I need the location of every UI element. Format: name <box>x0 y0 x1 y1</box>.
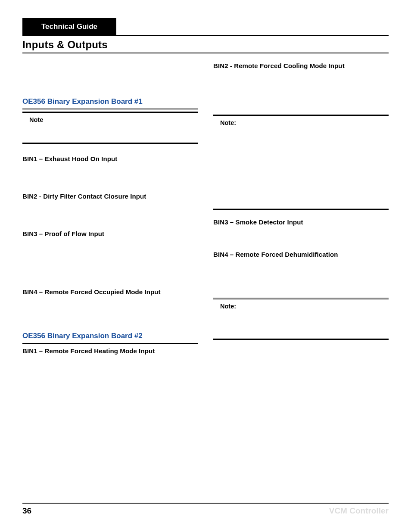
note3-rule-bottom-2 <box>213 339 389 340</box>
content-columns: OE356 Binary Expansion Board #1 Note BIN… <box>22 61 389 355</box>
note2-rule-bottom <box>213 208 389 208</box>
left-column: OE356 Binary Expansion Board #1 Note BIN… <box>22 61 198 355</box>
bin1-exhaust-hood: BIN1 – Exhaust Hood On Input <box>22 155 198 162</box>
bin4-remote-occupied: BIN4 – Remote Forced Occupied Mode Input <box>22 288 198 296</box>
note3-rule-bottom <box>213 338 389 339</box>
header-bar: Technical Guide <box>22 18 389 36</box>
right-column: BIN2 - Remote Forced Cooling Mode Input … <box>213 61 389 355</box>
bin3-proof-of-flow: BIN3 – Proof of Flow Input <box>22 230 198 237</box>
note-rule-top <box>22 111 198 112</box>
bin1-remote-heating: BIN1 – Remote Forced Heating Mode Input <box>22 347 198 355</box>
footer-right-text: VCM Controller <box>329 506 389 516</box>
subsection-board-2: OE356 Binary Expansion Board #2 <box>22 332 198 344</box>
note3-rule-top <box>213 298 389 298</box>
subsection-board-1: OE356 Binary Expansion Board #1 <box>22 97 198 109</box>
bin3-smoke-detector: BIN3 – Smoke Detector Input <box>213 218 389 226</box>
bin2-remote-cooling: BIN2 - Remote Forced Cooling Mode Input <box>213 62 389 69</box>
note2-rule-top <box>213 114 389 115</box>
header-tab: Technical Guide <box>22 18 116 35</box>
bin4-remote-dehumid: BIN4 – Remote Forced Dehumidification <box>213 251 389 258</box>
note-label-2: Note: <box>213 116 389 130</box>
note-rule-bottom <box>22 142 198 143</box>
note-label-1: Note <box>22 113 198 127</box>
page-number: 36 <box>22 506 31 516</box>
footer: 36 VCM Controller <box>22 503 389 516</box>
bin2-dirty-filter: BIN2 - Dirty Filter Contact Closure Inpu… <box>22 193 198 200</box>
note-label-3: Note: <box>213 299 389 313</box>
section-title: Inputs & Outputs <box>22 39 389 53</box>
